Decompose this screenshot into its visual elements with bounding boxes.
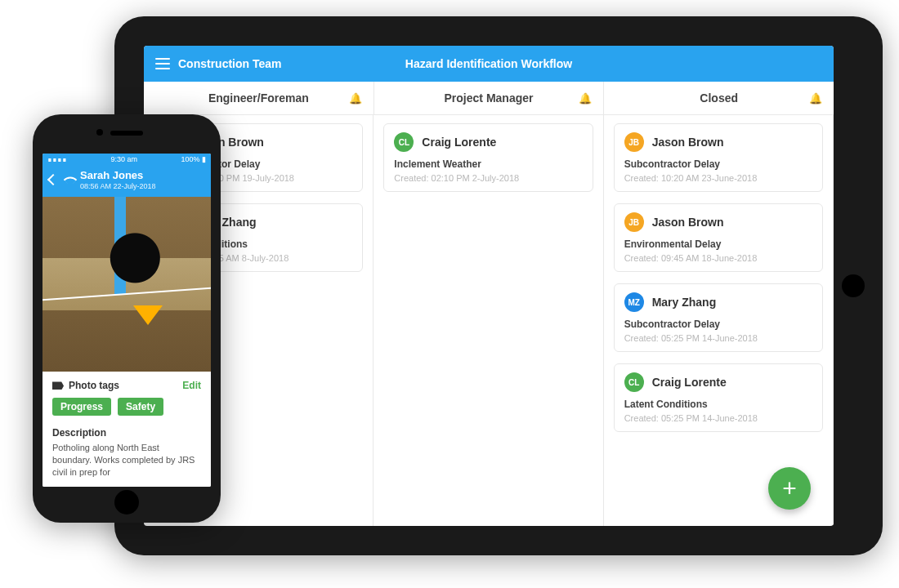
card-author: Jason Brown: [652, 136, 724, 149]
card-author: Mary Zhang: [652, 296, 717, 309]
hazard-card[interactable]: JB Jason Brown Subcontractor Delay Creat…: [614, 123, 823, 192]
card-subject: Subcontractor Delay: [624, 158, 812, 170]
avatar: MZ: [624, 292, 644, 312]
record-body: Photo tags Edit Progress Safety Descript…: [42, 372, 211, 487]
avatar: JB: [624, 212, 644, 232]
card-created: Created: 09:45 AM 18-June-2018: [624, 253, 812, 263]
column-title: Engineer/Foreman: [208, 91, 309, 105]
column-header-pm[interactable]: Project Manager 🔔: [374, 82, 605, 114]
card-created: Created: 05:25 PM 14-June-2018: [624, 333, 812, 343]
card-subject: Latent Conditions: [624, 399, 812, 410]
tag-icon: [52, 381, 64, 390]
phone-speaker: [110, 131, 143, 136]
column-title: Project Manager: [445, 91, 534, 105]
wifi-icon: [64, 173, 78, 187]
card-created: Created: 02:10 PM 2-July-2018: [394, 173, 582, 183]
kanban-board: JB Jason Brown Subcontractor Delay Creat…: [144, 115, 834, 526]
avatar: CL: [624, 372, 644, 392]
card-subject: Environmental Delay: [624, 238, 812, 250]
hazard-card[interactable]: CL Craig Lorente Inclement Weather Creat…: [383, 123, 593, 192]
tablet-home-button[interactable]: [842, 274, 865, 297]
card-author: Craig Lorente: [652, 376, 727, 389]
bell-icon[interactable]: 🔔: [809, 92, 822, 105]
photo-tags-label: Photo tags: [69, 380, 119, 391]
hazard-card[interactable]: MZ Mary Zhang Subcontractor Delay Create…: [614, 283, 823, 352]
card-subject: Inclement Weather: [394, 158, 582, 170]
avatar: CL: [394, 132, 414, 152]
hazard-card[interactable]: CL Craig Lorente Latent Conditions Creat…: [614, 363, 823, 432]
tablet-app-header: Construction Team Hazard Identification …: [144, 46, 834, 82]
column-header-closed[interactable]: Closed 🔔: [604, 82, 834, 114]
tag-chip[interactable]: Safety: [118, 398, 163, 416]
team-name: Construction Team: [178, 57, 282, 70]
tablet-device-frame: Construction Team Hazard Identification …: [114, 16, 883, 555]
phone-device-frame: ∎∎∎∎ 9:30 am 100% ▮ Sarah Jones 08:56 AM…: [33, 114, 221, 523]
description-text: Potholing along North East boundary. Wor…: [52, 442, 201, 479]
flag-marker-icon: [133, 305, 163, 325]
record-photo[interactable]: [42, 197, 211, 372]
record-timestamp: 08:56 AM 22-July-2018: [80, 182, 156, 190]
hamburger-menu-icon[interactable]: [155, 58, 170, 69]
phone-screen: ∎∎∎∎ 9:30 am 100% ▮ Sarah Jones 08:56 AM…: [42, 154, 211, 487]
tablet-screen: Construction Team Hazard Identification …: [144, 46, 834, 526]
kanban-column-pm: CL Craig Lorente Inclement Weather Creat…: [373, 115, 603, 526]
column-headers: Engineer/Foreman 🔔 Project Manager 🔔 Clo…: [144, 82, 834, 115]
column-header-engineer[interactable]: Engineer/Foreman 🔔: [144, 82, 374, 114]
bell-icon[interactable]: 🔔: [349, 92, 362, 105]
bell-icon[interactable]: 🔔: [579, 92, 592, 105]
kanban-column-closed: JB Jason Brown Subcontractor Delay Creat…: [604, 115, 834, 526]
card-author: Craig Lorente: [422, 136, 496, 149]
tag-chip-list: Progress Safety: [52, 398, 201, 416]
hazard-card[interactable]: JB Jason Brown Environmental Delay Creat…: [614, 203, 823, 272]
phone-app-header: Sarah Jones 08:56 AM 22-July-2018: [42, 165, 211, 196]
card-author: Jason Brown: [652, 216, 724, 229]
phone-camera: [96, 129, 103, 136]
card-created: Created: 05:25 PM 14-June-2018: [624, 413, 812, 423]
battery-status: 100% ▮: [181, 155, 206, 163]
card-created: Created: 10:20 AM 23-June-2018: [624, 173, 812, 183]
edit-tags-button[interactable]: Edit: [182, 380, 201, 391]
description-label: Description: [52, 427, 201, 439]
column-title: Closed: [700, 91, 738, 105]
phone-status-bar: ∎∎∎∎ 9:30 am 100% ▮: [42, 154, 211, 165]
status-time: 9:30 am: [110, 155, 137, 163]
card-subject: Subcontractor Delay: [624, 318, 812, 330]
back-button-icon[interactable]: [47, 174, 59, 185]
tag-chip[interactable]: Progress: [52, 398, 111, 416]
avatar: JB: [624, 132, 644, 152]
phone-home-button[interactable]: [114, 490, 139, 514]
plus-icon: +: [782, 474, 797, 502]
record-author-name: Sarah Jones: [80, 170, 156, 181]
workflow-title: Hazard Identification Workflow: [405, 57, 572, 70]
add-hazard-fab[interactable]: +: [768, 467, 811, 510]
signal-icon: ∎∎∎∎: [47, 155, 67, 163]
